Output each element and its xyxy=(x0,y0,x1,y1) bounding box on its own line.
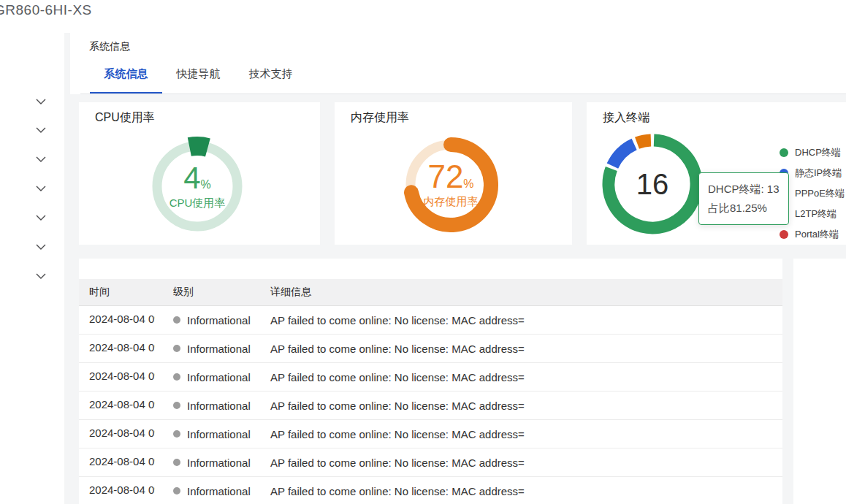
log-table-header: 时间 级别 详细信息 xyxy=(79,279,782,306)
tooltip-line2: 占比81.25% xyxy=(708,199,780,218)
cell-level: Informational xyxy=(173,371,270,383)
chart-tooltip: DHCP终端: 13 占比81.25% xyxy=(698,172,789,225)
cell-time: 2024-08-04 09 xyxy=(79,313,173,327)
level-dot-icon xyxy=(173,345,180,352)
log-level: Informational xyxy=(187,457,251,469)
cell-detail: AP failed to come online: No license: MA… xyxy=(270,314,782,327)
log-level: Informational xyxy=(187,371,251,383)
log-card: 时间 级别 详细信息 2024-08-04 09 Informational A… xyxy=(79,259,782,504)
column-header-detail: 详细信息 xyxy=(270,286,782,299)
legend-label: PPPoE终端 xyxy=(795,187,845,200)
chevron-down-icon xyxy=(36,127,46,134)
sidebar xyxy=(0,33,64,504)
table-row: 2024-08-04 09 Informational AP failed to… xyxy=(79,420,782,448)
terminals-donut xyxy=(598,129,707,239)
log-level: Informational xyxy=(187,343,251,355)
cell-time: 2024-08-04 09 xyxy=(79,484,173,498)
cell-detail: AP failed to come online: No license: MA… xyxy=(270,485,782,497)
cell-level: Informational xyxy=(173,457,270,469)
cell-detail: AP failed to come online: No license: MA… xyxy=(270,343,782,355)
chevron-down-icon xyxy=(36,156,46,163)
cell-time: 2024-08-04 09 xyxy=(79,370,173,384)
cell-detail: AP failed to come online: No license: MA… xyxy=(270,400,782,412)
log-table-body: 2024-08-04 09 Informational AP failed to… xyxy=(79,306,782,504)
tab-system-info[interactable]: 系统信息 xyxy=(90,62,162,94)
tab-quick-nav[interactable]: 快捷导航 xyxy=(162,62,235,94)
panel-title: 系统信息 xyxy=(89,40,130,53)
tooltip-line1: DHCP终端: 13 xyxy=(708,180,780,199)
log-level: Informational xyxy=(187,400,251,412)
cpu-usage-donut xyxy=(142,131,252,241)
chevron-down-icon xyxy=(36,99,46,105)
log-time: 2024-08-04 09 xyxy=(89,370,155,382)
legend-item-portal[interactable]: Portal终端 xyxy=(780,224,845,245)
table-row: 2024-08-04 09 Informational AP failed to… xyxy=(79,392,782,420)
log-time: 2024-08-04 09 xyxy=(89,484,155,496)
column-header-time: 时间 xyxy=(79,286,173,299)
table-row: 2024-08-04 09 Informational AP failed to… xyxy=(79,306,782,335)
sidebar-expand-chevron[interactable] xyxy=(34,96,47,107)
chevron-down-icon xyxy=(36,186,46,192)
level-dot-icon xyxy=(173,373,180,381)
sidebar-expand-chevron[interactable] xyxy=(34,154,47,164)
sidebar-expand-chevron[interactable] xyxy=(34,271,47,281)
level-dot-icon xyxy=(173,430,180,438)
level-dot-icon xyxy=(173,487,180,495)
level-dot-icon xyxy=(173,316,180,324)
sidebar-expand-chevron[interactable] xyxy=(34,183,47,194)
log-time: 2024-08-04 09 xyxy=(89,341,155,354)
cpu-usage-card: CPU使用率 4% CPU使用率 xyxy=(79,102,320,245)
table-row: 2024-08-04 09 Informational AP failed to… xyxy=(79,335,782,363)
cell-level: Informational xyxy=(173,343,270,355)
tab-divider xyxy=(80,93,846,94)
log-time: 2024-08-04 09 xyxy=(89,398,155,411)
terminals-card-title: 接入终端 xyxy=(603,110,649,126)
cell-time: 2024-08-04 09 xyxy=(79,455,173,470)
cell-detail: AP failed to come online: No license: MA… xyxy=(270,457,782,469)
sidebar-expand-chevron[interactable] xyxy=(34,242,47,252)
cpu-card-title: CPU使用率 xyxy=(95,110,155,126)
sidebar-expand-chevron[interactable] xyxy=(34,125,47,135)
log-time: 2024-08-04 09 xyxy=(89,313,155,325)
cell-time: 2024-08-04 09 xyxy=(79,341,173,356)
cell-level: Informational xyxy=(173,400,270,412)
legend-item-pppoe[interactable]: PPPoE终端 xyxy=(780,183,845,204)
access-terminals-card: 接入终端 16 DHCP终端 静态IP终端 PPPoE终端 L2TP终端 Por… xyxy=(587,102,846,245)
panel-header: 系统信息 系统信息 快捷导航 技术支持 xyxy=(70,33,846,94)
log-time: 2024-08-04 09 xyxy=(89,455,155,467)
tab-tech-support[interactable]: 技术支持 xyxy=(235,62,307,94)
memory-usage-card: 内存使用率 72% 内存使用率 xyxy=(335,102,572,245)
log-level: Informational xyxy=(187,428,251,440)
cell-level: Informational xyxy=(173,485,270,497)
memory-usage-donut xyxy=(396,130,506,240)
legend-label: DHCP终端 xyxy=(795,146,841,159)
log-level: Informational xyxy=(187,485,251,497)
chevron-down-icon xyxy=(36,273,46,280)
tab-bar: 系统信息 快捷导航 技术支持 xyxy=(90,62,307,94)
legend-label: 静态IP终端 xyxy=(795,167,842,180)
log-level: Informational xyxy=(187,314,251,327)
table-row: 2024-08-04 09 Informational AP failed to… xyxy=(79,363,782,392)
level-dot-icon xyxy=(173,402,180,409)
column-header-level: 级别 xyxy=(173,286,270,299)
legend-label: L2TP终端 xyxy=(795,207,837,221)
table-row: 2024-08-04 09 Informational AP failed to… xyxy=(79,477,782,504)
memory-card-title: 内存使用率 xyxy=(351,110,409,126)
cell-level: Informational xyxy=(173,428,270,440)
device-title: GR860-6HI-XS xyxy=(0,2,92,18)
legend-item-l2tp[interactable]: L2TP终端 xyxy=(780,204,845,224)
legend-label: Portal终端 xyxy=(795,228,839,241)
log-time: 2024-08-04 09 xyxy=(89,427,155,439)
cell-time: 2024-08-04 09 xyxy=(79,427,173,441)
legend-dot-icon xyxy=(780,148,788,157)
cell-detail: AP failed to come online: No license: MA… xyxy=(270,428,782,440)
cell-time: 2024-08-04 09 xyxy=(79,398,173,413)
cell-detail: AP failed to come online: No license: MA… xyxy=(270,371,782,383)
table-row: 2024-08-04 09 Informational AP failed to… xyxy=(79,448,782,477)
chart-legend: DHCP终端 静态IP终端 PPPoE终端 L2TP终端 Portal终端 xyxy=(780,142,845,245)
legend-dot-icon xyxy=(780,230,788,239)
side-card-partial xyxy=(793,259,846,504)
sidebar-expand-chevron[interactable] xyxy=(34,213,47,223)
legend-item-static-ip[interactable]: 静态IP终端 xyxy=(780,163,845,183)
legend-item-dhcp[interactable]: DHCP终端 xyxy=(780,142,845,163)
